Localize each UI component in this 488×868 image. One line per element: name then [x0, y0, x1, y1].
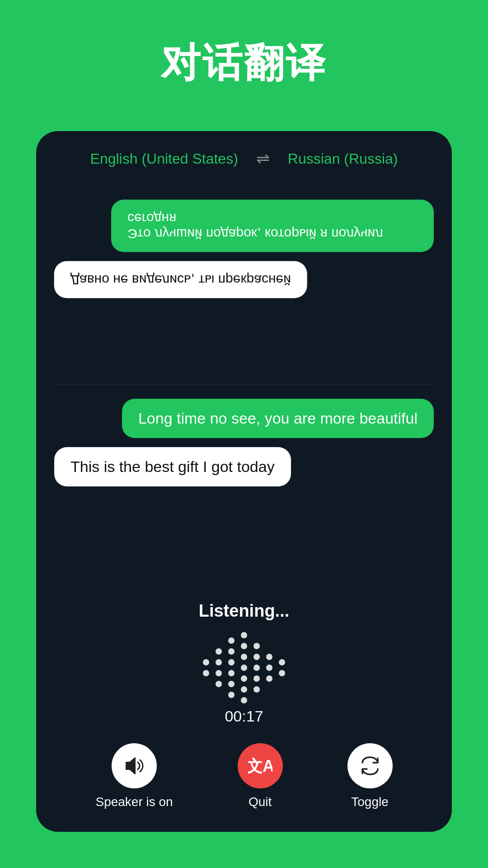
quit-label: Quit	[249, 795, 272, 809]
app-title: 对话翻译	[0, 0, 488, 90]
speaker-icon	[122, 754, 146, 778]
timer: 00:17	[225, 708, 263, 725]
wave-col	[216, 648, 222, 687]
wave-col	[228, 637, 235, 698]
swap-icon[interactable]: ⇌	[256, 149, 270, 168]
toggle-label: Toggle	[351, 795, 389, 809]
waveform	[185, 632, 303, 704]
right-language[interactable]: Russian (Russia)	[288, 151, 398, 167]
svg-text:文A: 文A	[248, 757, 272, 775]
list-item: Давно не виделись, ты прекрасней	[54, 261, 307, 298]
list-item: This is the best gift I got today	[54, 447, 291, 486]
wave-col	[279, 659, 285, 676]
toggle-button[interactable]	[347, 743, 393, 788]
list-item: Это лучший подарок, который я получил се…	[111, 200, 434, 252]
wave-col	[266, 654, 272, 682]
quit-control: 文A Quit	[238, 743, 283, 809]
quit-button[interactable]: 文A	[238, 743, 283, 788]
upper-chat: Давно не виделись, ты прекрасней Это луч…	[36, 182, 452, 385]
toggle-control: Toggle	[347, 743, 393, 809]
wave-col	[203, 659, 209, 676]
speaker-button[interactable]	[112, 743, 157, 788]
left-language[interactable]: English (United States)	[90, 151, 238, 167]
wave-col	[253, 643, 260, 693]
bottom-controls: Speaker is on 文A Quit	[36, 739, 452, 832]
list-item: Long time no see, you are more beautiful	[122, 399, 434, 438]
lower-chat: Long time no see, you are more beautiful…	[36, 385, 452, 593]
toggle-icon	[358, 754, 382, 778]
speaker-control: Speaker is on	[95, 743, 173, 809]
language-bar: English (United States) ⇌ Russian (Russi…	[36, 131, 452, 182]
chat-area: Давно не виделись, ты прекрасней Это луч…	[36, 182, 452, 832]
speaker-label: Speaker is on	[95, 795, 173, 809]
wave-col	[241, 632, 247, 703]
listening-label: Listening...	[199, 601, 290, 621]
chat-card: English (United States) ⇌ Russian (Russi…	[36, 131, 452, 832]
listening-section: Listening...	[36, 592, 452, 739]
translate-icon: 文A	[248, 754, 272, 778]
